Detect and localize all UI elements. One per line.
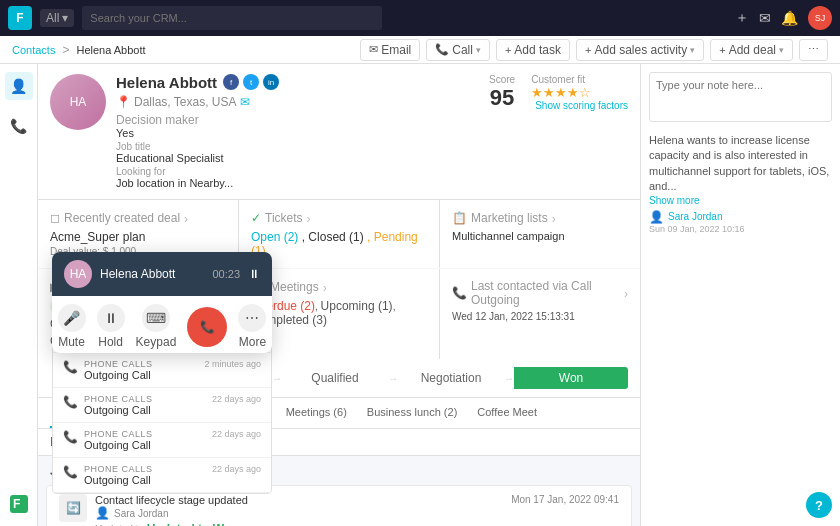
activity-detail-1: Updated to Updated to Won	[95, 522, 503, 526]
call-name-2: Outgoing Call	[84, 404, 206, 416]
end-call-button[interactable]: 📞	[187, 307, 227, 347]
activity-by-1: Sara Jordan	[114, 508, 168, 519]
avatar-wrap: HA	[50, 74, 106, 130]
customer-fit-stars: ★★★★☆	[531, 85, 628, 100]
linkedin-icon[interactable]: in	[263, 74, 279, 90]
facebook-icon[interactable]: f	[223, 74, 239, 90]
call-time-1: 2 minutes ago	[204, 359, 261, 369]
call-avatar: HA	[64, 260, 92, 288]
contacts-breadcrumb[interactable]: Contacts	[12, 44, 55, 56]
svg-text:F: F	[13, 497, 20, 511]
sidebar-icon-contact[interactable]: 👤	[5, 72, 33, 100]
more-options-button[interactable]: ⋯ More	[238, 304, 266, 349]
recent-act-item-4: 📞 PHONE CALLS Outgoing Call 22 days ago	[53, 458, 271, 493]
sub-navigation: Contacts > Helena Abbott ✉ Email 📞 Call …	[0, 36, 840, 64]
nav-icon-group: ＋ ✉ 🔔 SJ	[735, 6, 832, 30]
last-contact-icon: 📞	[452, 286, 467, 300]
call-time-3: 22 days ago	[212, 429, 261, 439]
call-time-4: 22 days ago	[212, 464, 261, 474]
global-search-input[interactable]	[82, 6, 382, 30]
note-author-name: Sara Jordan	[668, 211, 722, 222]
stage-negotiation[interactable]: Negotiation	[398, 367, 504, 389]
note-content: Helena wants to increase license capacit…	[649, 133, 832, 195]
email-action-button[interactable]: ✉ Email	[360, 39, 420, 61]
meetings-status: Overdue (2), Upcoming (1), Completed (3)	[251, 299, 427, 327]
mute-icon: 🎤	[58, 304, 86, 332]
phone-icon-1: 📞	[63, 360, 78, 374]
contact-name-breadcrumb: Helena Abbott	[76, 44, 145, 56]
call-name-4: Outgoing Call	[84, 474, 206, 486]
contact-avatar: HA	[50, 74, 106, 130]
app-logo[interactable]: F	[8, 6, 32, 30]
twitter-icon[interactable]: t	[243, 74, 259, 90]
customer-fit-section: Customer fit ★★★★☆ Show scoring factors	[531, 74, 628, 111]
more-actions-button[interactable]: ⋯	[799, 39, 828, 61]
keypad-button[interactable]: ⌨ Keypad	[136, 304, 177, 349]
marketing-card: 📋 Marketing lists › Multichannel campaig…	[440, 200, 640, 268]
profile-header: HA Helena Abbott f t in 📍 Dallas, Texas,…	[38, 64, 640, 200]
breadcrumb-separator: >	[62, 43, 69, 57]
sidebar-icon-freshworks[interactable]: F	[5, 490, 33, 518]
note-time: Sun 09 Jan, 2022 10:16	[649, 224, 832, 234]
phone-icon-2: 📞	[63, 395, 78, 409]
last-contacted-arrow[interactable]: ›	[624, 287, 628, 301]
score-value: 95	[489, 85, 515, 111]
meetings-arrow[interactable]: ›	[323, 281, 327, 295]
end-call-icon: 📞	[200, 320, 215, 334]
social-icons: f t in	[223, 74, 279, 90]
call-pause-icon[interactable]: ⏸	[248, 267, 260, 281]
notification-bell-icon[interactable]: 🔔	[781, 10, 798, 26]
deal-card-arrow[interactable]: ›	[184, 212, 188, 226]
mute-button[interactable]: 🎤 Mute	[58, 304, 86, 349]
show-scoring-link[interactable]: Show scoring factors	[535, 100, 628, 111]
call-name-3: Outgoing Call	[84, 439, 206, 451]
recent-act-item-3: 📞 PHONE CALLS Outgoing Call 22 days ago	[53, 423, 271, 458]
note-author-icon: 👤	[649, 210, 664, 224]
tab-coffee-meet[interactable]: Coffee Meet	[467, 398, 547, 428]
tickets-arrow[interactable]: ›	[307, 212, 311, 226]
tickets-status: Open (2) , Closed (1) , Pending (1)	[251, 230, 427, 258]
recent-act-item-1: 📞 PHONE CALLS Outgoing Call 2 minutes ag…	[53, 353, 271, 388]
last-contact-date: Wed 12 Jan, 2022 15:13:31	[452, 311, 628, 322]
add-sales-activity-button[interactable]: + Add sales activity ▾	[576, 39, 704, 61]
phone-icon-4: 📞	[63, 465, 78, 479]
email-icon[interactable]: ✉	[759, 10, 771, 26]
sidebar-icon-phone[interactable]: 📞	[5, 112, 33, 140]
more-options-icon: ⋯	[238, 304, 266, 332]
call-timer: 00:23	[212, 268, 240, 280]
stage-qualified[interactable]: Qualified	[282, 367, 388, 389]
score-box: Score 95	[489, 74, 515, 111]
top-navigation: F All ▾ ＋ ✉ 🔔 SJ	[0, 0, 840, 36]
last-contacted-card: 📞 Last contacted via Call Outgoing › Wed…	[440, 269, 640, 359]
campaign-name: Multichannel campaign	[452, 230, 628, 242]
notes-textarea[interactable]	[649, 72, 832, 122]
add-task-button[interactable]: + Add task	[496, 39, 570, 61]
add-deal-button[interactable]: + Add deal ▾	[710, 39, 793, 61]
call-overlay: HA Helena Abbott 00:23 ⏸ 🎤 Mute ⏸ Hold ⌨…	[52, 252, 272, 353]
deal-card-icon: ◻	[50, 211, 60, 225]
recent-act-item-2: 📞 PHONE CALLS Outgoing Call 22 days ago	[53, 388, 271, 423]
keypad-icon: ⌨	[142, 304, 170, 332]
activity-by-icon-1: 👤	[95, 506, 110, 520]
main-content: 👤 📞 F HA Helena Abbott f t in	[0, 64, 840, 526]
hold-button[interactable]: ⏸ Hold	[97, 304, 125, 349]
phone-icon-3: 📞	[63, 430, 78, 444]
call-header: HA Helena Abbott 00:23 ⏸	[52, 252, 272, 296]
all-modules-button[interactable]: All ▾	[40, 9, 74, 27]
call-type-4: PHONE CALLS	[84, 464, 206, 474]
profile-details: Helena Abbott f t in 📍 Dallas, Texas, US…	[116, 74, 471, 189]
show-more-link[interactable]: Show more	[649, 195, 832, 206]
tab-business-lunch[interactable]: Business lunch (2)	[357, 398, 468, 428]
tab-meetings[interactable]: Meetings (6)	[276, 398, 357, 428]
add-icon[interactable]: ＋	[735, 9, 749, 27]
call-action-button[interactable]: 📞 Call ▾	[426, 39, 490, 61]
stage-won[interactable]: Won	[514, 367, 628, 389]
notes-panel: Helena wants to increase license capacit…	[640, 64, 840, 526]
marketing-arrow[interactable]: ›	[552, 212, 556, 226]
user-avatar[interactable]: SJ	[808, 6, 832, 30]
left-sidebar: 👤 📞 F	[0, 64, 38, 526]
activity-time-1: Mon 17 Jan, 2022 09:41	[511, 494, 619, 505]
help-button[interactable]: ?	[806, 492, 832, 518]
note-author-row: 👤 Sara Jordan	[649, 210, 832, 224]
call-type-3: PHONE CALLS	[84, 429, 206, 439]
